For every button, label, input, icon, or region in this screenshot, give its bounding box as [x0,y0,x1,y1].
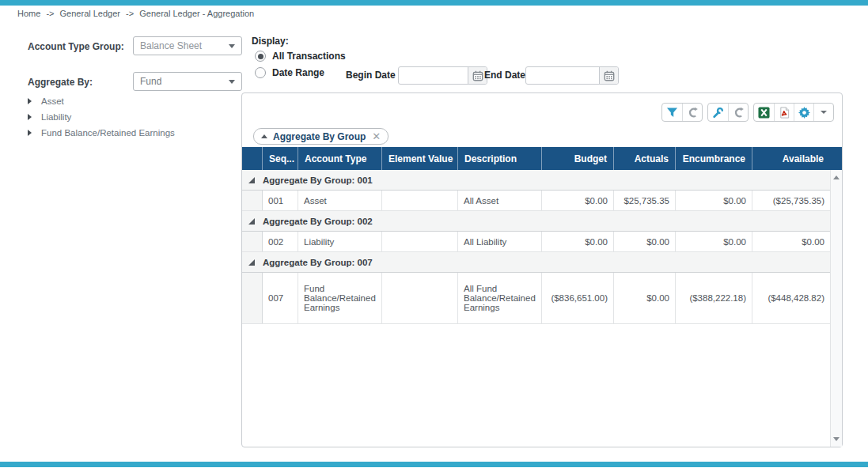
begin-date-label: Begin Date [346,70,396,81]
expand-arrow-icon[interactable] [28,130,32,136]
tree-item-label: Fund Balance/Retained Earnings [41,128,175,138]
cell-description: All Asset [458,191,542,210]
cell-account-type: Fund Balance/Retained Earnings [298,273,382,323]
cell-element-value [382,191,458,210]
breadcrumb: Home -> General Ledger -> General Ledger… [17,9,257,18]
end-date-input[interactable] [526,67,599,84]
header-encumbrance[interactable]: Encumbrance [676,147,752,170]
header-available[interactable]: Available [752,147,830,170]
triangle-up-icon [833,176,840,179]
group-title: Aggregate By Group: 002 [263,217,373,226]
cell-budget: $0.00 [542,232,614,251]
tree-item-fund-balance[interactable]: Fund Balance/Retained Earnings [28,125,175,141]
filter-button[interactable] [662,104,682,121]
group-title: Aggregate By Group: 007 [263,258,373,267]
tree-item-label: Asset [41,96,64,106]
breadcrumb-general-ledger[interactable]: General Ledger [60,9,120,18]
more-options-button[interactable] [813,104,833,121]
aggregate-by-group-chip[interactable]: Aggregate By Group ✕ [253,128,389,145]
account-type-group-label: Account Type Group: [28,41,124,52]
header-description[interactable]: Description [458,147,542,170]
header-budget[interactable]: Budget [542,147,614,170]
cell-encumbrance: $0.00 [676,232,752,251]
close-icon[interactable]: ✕ [372,131,381,142]
aggregate-by-select[interactable]: Fund [133,72,242,91]
cell-seq: 002 [263,232,298,251]
pdf-icon [779,107,790,119]
cell-description: All Fund Balance/Retained Earnings [458,273,542,323]
sort-ascending-icon [261,134,267,138]
tree-item-asset[interactable]: Asset [28,93,175,109]
cell-description: All Liability [458,232,542,251]
cell-actuals: $0.00 [614,232,676,251]
cell-element-value [382,273,458,323]
table-row[interactable]: 007 Fund Balance/Retained Earnings All F… [242,273,830,324]
cell-actuals: $25,735.35 [614,191,676,210]
cell-budget: $0.00 [542,191,614,210]
collapse-group-icon[interactable] [248,177,255,183]
table-row[interactable]: 002 Liability All Liability $0.00 $0.00 … [242,232,830,252]
refresh-grid-button[interactable] [728,104,748,121]
excel-icon [758,107,770,119]
row-expander-cell [242,273,263,323]
cell-actuals: $0.00 [614,273,676,323]
header-seq[interactable]: Seq... [263,147,298,170]
refresh-filter-button[interactable] [682,104,702,121]
cell-encumbrance: ($388,222.18) [676,273,752,323]
header-element-value[interactable]: Element Value [382,147,458,170]
radio-all-transactions[interactable]: All Transactions [255,51,346,62]
collapse-group-icon[interactable] [248,259,255,266]
header-account-type[interactable]: Account Type [298,147,382,170]
table-row[interactable]: 001 Asset All Asset $0.00 $25,735.35 $0.… [242,191,830,211]
grid-panel: Aggregate By Group ✕ Seq... Account Type… [241,92,843,447]
expand-arrow-icon[interactable] [28,114,32,120]
account-type-tree: Asset Liability Fund Balance/Retained Ea… [28,93,175,141]
breadcrumb-separator: -> [126,9,134,18]
excel-export-button[interactable] [754,104,774,121]
display-label: Display: [252,36,289,47]
group-title: Aggregate By Group: 001 [263,176,373,185]
export-settings-group [753,103,834,122]
chevron-down-icon [821,111,827,114]
cell-account-type: Asset [298,191,382,210]
collapse-group-icon[interactable] [248,218,255,225]
top-accent-bar [0,0,868,6]
vertical-scrollbar[interactable] [830,170,842,447]
begin-date-field [398,66,487,85]
radio-button-icon[interactable] [255,67,266,78]
breadcrumb-current-page: General Ledger - Aggregation [139,9,254,18]
breadcrumb-separator: -> [46,9,54,18]
header-expander-column [242,147,263,170]
begin-date-input[interactable] [399,67,468,84]
end-date-label: End Date [484,70,525,81]
scroll-up-button[interactable] [831,172,842,183]
pdf-export-button[interactable] [774,104,794,121]
expand-arrow-icon[interactable] [28,98,32,104]
group-header-001[interactable]: Aggregate By Group: 001 [242,170,830,191]
table-header-row: Seq... Account Type Element Value Descri… [242,147,830,170]
triangle-down-icon [833,437,840,441]
all-transactions-label: All Transactions [272,51,346,62]
cell-seq: 001 [263,191,298,210]
header-actuals[interactable]: Actuals [614,147,676,170]
group-header-002[interactable]: Aggregate By Group: 002 [242,211,830,232]
refresh-icon [687,107,699,119]
radio-button-icon[interactable] [255,51,266,62]
scroll-down-button[interactable] [831,433,842,445]
customize-button[interactable] [708,104,728,121]
radio-date-range[interactable]: Date Range [255,67,324,78]
cell-budget: ($836,651.00) [542,273,614,323]
bottom-accent-bar [0,462,868,467]
cell-available: ($25,735.35) [752,191,830,210]
settings-button[interactable] [794,104,813,121]
chevron-down-icon [229,44,235,48]
row-expander-cell [242,232,263,251]
aggregation-table: Seq... Account Type Element Value Descri… [242,147,830,324]
group-header-007[interactable]: Aggregate By Group: 007 [242,252,830,273]
calendar-icon[interactable] [599,67,618,84]
refresh-icon [733,107,745,119]
tree-item-liability[interactable]: Liability [28,109,175,125]
breadcrumb-home[interactable]: Home [17,9,40,18]
cell-account-type: Liability [298,232,382,251]
account-type-group-select[interactable]: Balance Sheet [133,36,242,55]
